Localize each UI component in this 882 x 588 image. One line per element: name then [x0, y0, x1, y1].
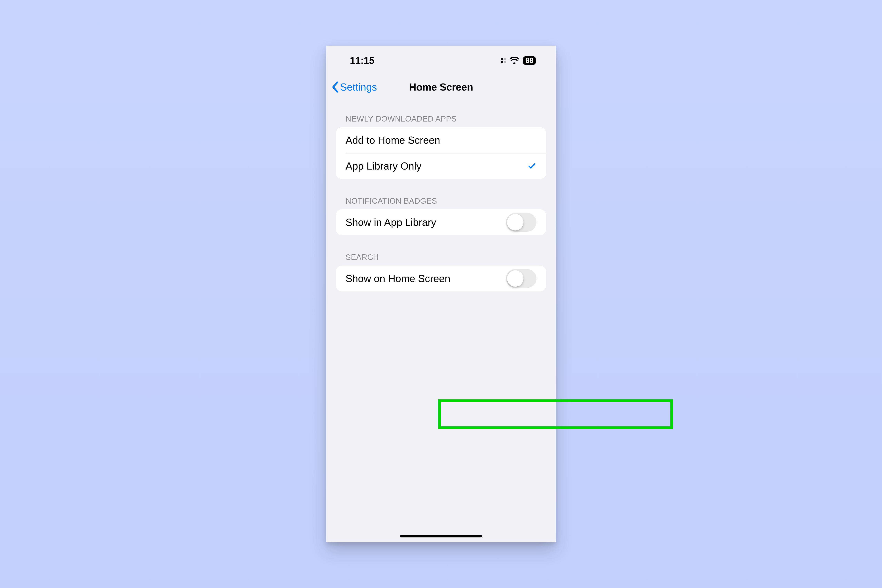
group-search: SEARCH Show on Home Screen [336, 253, 546, 291]
nav-bar: Settings Home Screen [326, 75, 556, 99]
row-show-in-app-library-label: Show in App Library [345, 216, 436, 228]
page-title: Home Screen [409, 81, 473, 93]
back-button[interactable]: Settings [332, 81, 377, 93]
status-time: 11:15 [350, 55, 374, 66]
row-show-on-home-screen: Show on Home Screen [336, 266, 546, 291]
content: NEWLY DOWNLOADED APPS Add to Home Screen… [326, 114, 556, 291]
status-bar: 11:15 88 [326, 46, 556, 75]
toggle-show-on-home-screen[interactable] [506, 269, 537, 288]
checkmark-icon [527, 162, 537, 170]
option-app-library-only[interactable]: App Library Only [336, 153, 546, 179]
cell-container-search: Show on Home Screen [336, 266, 546, 291]
option-add-to-home-screen-label: Add to Home Screen [345, 134, 440, 146]
cell-container-badges: Show in App Library [336, 209, 546, 235]
option-add-to-home-screen[interactable]: Add to Home Screen [336, 127, 546, 153]
group-header-downloaded: NEWLY DOWNLOADED APPS [336, 114, 546, 127]
option-app-library-only-label: App Library Only [345, 160, 422, 172]
group-notification-badges: NOTIFICATION BADGES Show in App Library [336, 196, 546, 235]
focus-indicator-icon [501, 58, 506, 63]
group-header-search: SEARCH [336, 253, 546, 266]
toggle-show-in-app-library[interactable] [506, 213, 537, 232]
wifi-icon [509, 57, 519, 64]
toggle-knob [507, 214, 524, 231]
chevron-left-icon [332, 81, 339, 93]
group-downloaded-apps: NEWLY DOWNLOADED APPS Add to Home Screen… [336, 114, 546, 179]
battery-icon: 88 [523, 56, 536, 65]
cell-container-downloaded: Add to Home Screen App Library Only [336, 127, 546, 179]
row-show-on-home-screen-label: Show on Home Screen [345, 273, 450, 284]
back-label: Settings [340, 81, 377, 93]
phone-frame: 11:15 88 [326, 46, 556, 542]
status-right: 88 [501, 56, 536, 65]
toggle-knob [507, 270, 524, 287]
group-header-badges: NOTIFICATION BADGES [336, 196, 546, 209]
home-indicator[interactable] [400, 535, 482, 537]
stage: 11:15 88 [0, 0, 882, 588]
row-show-in-app-library: Show in App Library [336, 209, 546, 235]
